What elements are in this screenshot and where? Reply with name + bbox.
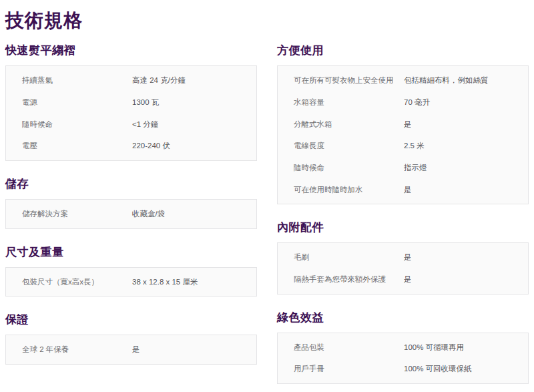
spec-row: 隨時候命 <1 分鐘 bbox=[22, 114, 240, 136]
spec-section: 快速熨平縐褶 持續蒸氣 高達 24 克/分鐘 電源 1300 瓦 隨時候命 <1… bbox=[5, 45, 257, 161]
spec-label: 分離式水箱 bbox=[294, 120, 404, 129]
spec-row: 隨時候命 指示燈 bbox=[294, 157, 512, 179]
spec-label: 水箱容量 bbox=[294, 98, 404, 107]
spec-row: 分離式水箱 是 bbox=[294, 114, 512, 136]
section-heading: 尺寸及重量 bbox=[5, 246, 257, 258]
spec-value: 是 bbox=[404, 253, 512, 262]
spec-table: 全球 2 年保養 是 bbox=[5, 335, 257, 365]
spec-row: 產品包裝 100% 可循環再用 bbox=[294, 337, 512, 359]
spec-label: 產品包裝 bbox=[294, 343, 404, 352]
spec-row: 用戶手冊 100% 可回收環保紙 bbox=[294, 358, 512, 380]
spec-label: 儲存解決方案 bbox=[22, 210, 132, 218]
spec-value: 高達 24 克/分鐘 bbox=[132, 76, 240, 85]
spec-value: 38 x 12.8 x 15 厘米 bbox=[132, 278, 240, 286]
spec-value: 是 bbox=[404, 186, 512, 194]
spec-table: 包裝尺寸（寬x高x長） 38 x 12.8 x 15 厘米 bbox=[5, 267, 257, 297]
spec-row: 可在所有可熨衣物上安全使用 包括精細布料，例如絲質 bbox=[294, 69, 512, 91]
spec-table: 產品包裝 100% 可循環再用 用戶手冊 100% 可回收環保紙 bbox=[277, 333, 529, 384]
spec-row: 持續蒸氣 高達 24 克/分鐘 bbox=[22, 69, 240, 91]
spec-row: 全球 2 年保養 是 bbox=[22, 339, 240, 361]
spec-value: 包括精細布料，例如絲質 bbox=[404, 76, 512, 85]
section-heading: 綠色效益 bbox=[277, 312, 529, 323]
spec-section: 內附配件 毛刷 是 隔熱手套為您帶來額外保護 是 bbox=[277, 222, 529, 294]
column-left: 快速熨平縐褶 持續蒸氣 高達 24 克/分鐘 電源 1300 瓦 隨時候命 <1… bbox=[5, 30, 257, 364]
spec-label: 電壓 bbox=[22, 142, 132, 150]
spec-label: 包裝尺寸（寬x高x長） bbox=[22, 278, 132, 286]
spec-row: 電源 1300 瓦 bbox=[22, 91, 240, 114]
spec-label: 可在使用時隨時加水 bbox=[294, 186, 404, 194]
spec-table: 儲存解決方案 收藏盒/袋 bbox=[5, 199, 257, 229]
section-heading: 保證 bbox=[5, 314, 257, 325]
page-title: 技術規格 bbox=[5, 11, 529, 30]
spec-table: 毛刷 是 隔熱手套為您帶來額外保護 是 bbox=[277, 242, 529, 294]
spec-value: 100% 可循環再用 bbox=[404, 343, 512, 352]
spec-value: 指示燈 bbox=[404, 164, 512, 172]
spec-label: 電源 bbox=[22, 98, 132, 107]
spec-section: 保證 全球 2 年保養 是 bbox=[5, 314, 257, 365]
spec-label: 毛刷 bbox=[294, 253, 404, 262]
spec-row: 電壓 220-240 伏 bbox=[22, 135, 240, 157]
section-heading: 方便使用 bbox=[277, 45, 529, 56]
spec-value: 2.5 米 bbox=[404, 142, 512, 150]
spec-label: 隔熱手套為您帶來額外保護 bbox=[294, 275, 404, 284]
spec-value: <1 分鐘 bbox=[132, 120, 240, 129]
spec-section: 尺寸及重量 包裝尺寸（寬x高x長） 38 x 12.8 x 15 厘米 bbox=[5, 246, 257, 297]
spec-label: 電線長度 bbox=[294, 142, 404, 150]
spec-value: 收藏盒/袋 bbox=[132, 210, 240, 218]
spec-value: 是 bbox=[404, 120, 512, 129]
spec-label: 全球 2 年保養 bbox=[22, 345, 132, 354]
spec-row: 電線長度 2.5 米 bbox=[294, 135, 512, 157]
spec-value: 70 毫升 bbox=[404, 98, 512, 107]
spec-columns: 快速熨平縐褶 持續蒸氣 高達 24 克/分鐘 電源 1300 瓦 隨時候命 <1… bbox=[5, 30, 529, 383]
spec-page: 技術規格 快速熨平縐褶 持續蒸氣 高達 24 克/分鐘 電源 1300 瓦 隨時… bbox=[0, 0, 534, 392]
spec-row: 可在使用時隨時加水 是 bbox=[294, 179, 512, 201]
spec-label: 可在所有可熨衣物上安全使用 bbox=[294, 76, 404, 85]
section-heading: 儲存 bbox=[5, 178, 257, 190]
spec-label: 隨時候命 bbox=[22, 120, 132, 129]
spec-section: 儲存 儲存解決方案 收藏盒/袋 bbox=[5, 178, 257, 229]
spec-row: 水箱容量 70 毫升 bbox=[294, 91, 512, 114]
spec-section: 方便使用 可在所有可熨衣物上安全使用 包括精細布料，例如絲質 水箱容量 70 毫… bbox=[277, 45, 529, 204]
spec-label: 用戶手冊 bbox=[294, 365, 404, 373]
spec-value: 1300 瓦 bbox=[132, 98, 240, 107]
spec-value: 是 bbox=[132, 345, 240, 354]
spec-label: 隨時候命 bbox=[294, 164, 404, 172]
section-heading: 快速熨平縐褶 bbox=[5, 45, 257, 56]
spec-table: 可在所有可熨衣物上安全使用 包括精細布料，例如絲質 水箱容量 70 毫升 分離式… bbox=[277, 65, 529, 204]
spec-row: 毛刷 是 bbox=[294, 246, 512, 268]
spec-section: 綠色效益 產品包裝 100% 可循環再用 用戶手冊 100% 可回收環保紙 bbox=[277, 312, 529, 384]
spec-row: 隔熱手套為您帶來額外保護 是 bbox=[294, 268, 512, 290]
spec-row: 儲存解決方案 收藏盒/袋 bbox=[22, 203, 240, 225]
spec-row: 包裝尺寸（寬x高x長） 38 x 12.8 x 15 厘米 bbox=[22, 271, 240, 293]
spec-value: 是 bbox=[404, 275, 512, 284]
section-heading: 內附配件 bbox=[277, 222, 529, 233]
spec-table: 持續蒸氣 高達 24 克/分鐘 電源 1300 瓦 隨時候命 <1 分鐘 電壓 … bbox=[5, 65, 257, 161]
spec-value: 100% 可回收環保紙 bbox=[404, 365, 512, 373]
spec-value: 220-240 伏 bbox=[132, 142, 240, 150]
column-right: 方便使用 可在所有可熨衣物上安全使用 包括精細布料，例如絲質 水箱容量 70 毫… bbox=[277, 30, 529, 383]
spec-label: 持續蒸氣 bbox=[22, 76, 132, 85]
